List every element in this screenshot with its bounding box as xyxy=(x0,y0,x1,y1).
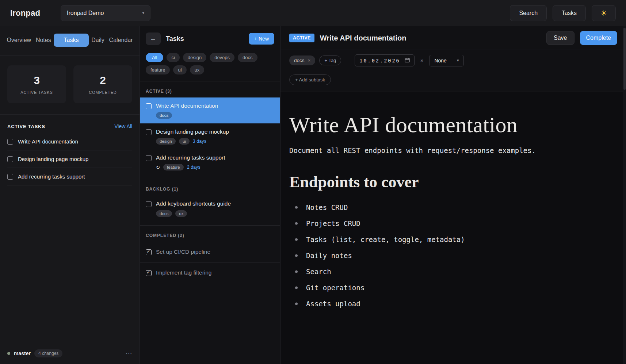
task-detail-panel: ACTIVE Write API documentation Save Comp… xyxy=(280,26,626,364)
changes-badge: 4 changes xyxy=(34,349,62,357)
theme-toggle-button[interactable]: ☀ xyxy=(592,5,616,21)
stat-card-active-tasks: 3 ACTIVE TASKS xyxy=(7,65,66,103)
task-checkbox-checked[interactable] xyxy=(146,270,152,276)
new-task-button[interactable]: + New xyxy=(249,33,274,45)
task-checkbox[interactable] xyxy=(7,139,13,145)
tag-chip: design xyxy=(156,138,176,145)
recurring-icon: ↻ xyxy=(156,165,160,170)
task-title: Set up CI/CD pipeline xyxy=(156,248,210,256)
save-button[interactable]: Save xyxy=(546,31,574,45)
chevron-down-icon: ▾ xyxy=(457,58,459,63)
task-row-body: Add keyboard shortcuts guide docs ux xyxy=(156,200,231,217)
doc-bullet: Daily notes xyxy=(289,248,604,264)
recurrence-select[interactable]: None ▾ xyxy=(429,55,464,66)
more-menu-icon[interactable]: ⋯ xyxy=(126,350,132,357)
due-date-input[interactable]: 10.02.2026 xyxy=(355,54,414,66)
sidebar-nav: Overview Notes Tasks Daily Calendar xyxy=(0,26,140,56)
task-panel-header: ← Tasks + New xyxy=(140,26,280,50)
task-row-completed[interactable]: Set up CI/CD pipeline xyxy=(140,242,280,263)
filter-chip-ux[interactable]: ux xyxy=(190,65,205,74)
stats-cards: 3 ACTIVE TASKS 2 COMPLETED xyxy=(0,56,140,115)
search-button[interactable]: Search xyxy=(510,5,547,21)
tag-chip-docs[interactable]: docs × xyxy=(289,55,315,65)
divider xyxy=(348,57,348,65)
chevron-down-icon: ▾ xyxy=(142,11,145,15)
project-selector-value: Ironpad Demo xyxy=(67,10,104,16)
filter-chip-design[interactable]: design xyxy=(183,53,206,62)
task-row-completed[interactable]: Implement tag filtering xyxy=(140,263,280,283)
task-row[interactable]: Add recurring tasks support ↻ feature 2 … xyxy=(140,149,280,175)
active-tasks-header: ACTIVE TASKS View All xyxy=(7,123,132,129)
doc-bullet: Search xyxy=(289,264,604,280)
task-row[interactable]: Add keyboard shortcuts guide docs ux xyxy=(140,195,280,221)
due-label: 3 days xyxy=(193,139,206,144)
stat-value: 3 xyxy=(10,74,63,87)
due-date-value: 10.02.2026 xyxy=(359,58,400,64)
tag-filters: All ci design devops docs feature ui ux xyxy=(140,50,280,81)
status-badge: ACTIVE xyxy=(289,34,314,42)
task-row-body: Add recurring tasks support ↻ feature 2 … xyxy=(156,154,225,170)
sidebar-item-tasks[interactable]: Tasks xyxy=(54,34,89,47)
sun-icon: ☀ xyxy=(600,9,607,18)
stat-label: COMPLETED xyxy=(76,90,129,95)
tasks-button[interactable]: Tasks xyxy=(553,5,586,21)
sidebar-item-calendar[interactable]: Calendar xyxy=(107,34,135,46)
back-button[interactable]: ← xyxy=(146,32,161,45)
remove-tag-icon[interactable]: × xyxy=(308,58,311,63)
task-checkbox[interactable] xyxy=(146,155,152,161)
task-checkbox[interactable] xyxy=(7,174,13,180)
doc-bullet: Assets upload xyxy=(289,296,604,312)
complete-button[interactable]: Complete xyxy=(580,31,617,45)
filter-chip-feature[interactable]: feature xyxy=(146,65,170,74)
filter-chip-docs[interactable]: docs xyxy=(238,53,257,62)
view-all-link[interactable]: View All xyxy=(114,123,132,129)
sidebar-item-daily[interactable]: Daily xyxy=(89,34,107,46)
task-checkbox-checked[interactable] xyxy=(146,249,152,255)
task-checkbox[interactable] xyxy=(7,156,13,162)
scrollbar-thumb[interactable] xyxy=(623,28,626,90)
sidebar-footer: master 4 changes ⋯ xyxy=(0,343,140,364)
panel-title: Tasks xyxy=(166,35,244,43)
doc-heading: Write API documentation xyxy=(289,112,604,138)
list-item[interactable]: Add recurring tasks support xyxy=(7,168,132,185)
doc-bullet: Git operations xyxy=(289,280,604,296)
branch-name: master xyxy=(14,350,31,356)
task-title: Write API documentation xyxy=(18,138,78,145)
task-title: Add recurring tasks support xyxy=(156,154,225,161)
stat-value: 2 xyxy=(76,74,129,87)
task-meta-row: docs xyxy=(156,112,218,119)
project-selector[interactable]: Ironpad Demo ▾ xyxy=(61,5,150,21)
list-item[interactable]: Write API documentation xyxy=(7,133,132,150)
filter-chip-devops[interactable]: devops xyxy=(210,53,234,62)
filter-chip-all[interactable]: All xyxy=(146,53,163,62)
task-list-panel: ← Tasks + New All ci design devops docs … xyxy=(140,26,280,364)
doc-bullet: Projects CRUD xyxy=(289,215,604,231)
filter-chip-ui[interactable]: ui xyxy=(173,65,186,74)
task-row[interactable]: Design landing page mockup design ui 3 d… xyxy=(140,123,280,149)
back-arrow-icon: ← xyxy=(150,35,156,42)
task-title: Design landing page mockup xyxy=(156,128,229,135)
calendar-icon xyxy=(405,57,410,64)
filter-chip-ci[interactable]: ci xyxy=(167,53,179,62)
task-checkbox[interactable] xyxy=(146,201,152,207)
sidebar-item-overview[interactable]: Overview xyxy=(4,34,33,46)
doc-bullet: Tasks (list, create, toggle, metadata) xyxy=(289,231,604,248)
task-checkbox[interactable] xyxy=(146,103,152,109)
section-header-completed: COMPLETED (2) xyxy=(140,225,280,242)
add-subtask-button[interactable]: + Add subtask xyxy=(289,74,331,85)
task-row-selected[interactable]: Write API documentation docs xyxy=(140,97,280,123)
scrollbar-track[interactable] xyxy=(623,26,626,364)
doc-bullet-list: Notes CRUD Projects CRUD Tasks (list, cr… xyxy=(289,199,604,312)
task-checkbox[interactable] xyxy=(146,129,152,135)
tag-label: docs xyxy=(294,58,305,63)
task-meta-row: design ui 3 days xyxy=(156,138,229,145)
list-item[interactable]: Design landing page mockup xyxy=(7,150,132,168)
clear-date-icon[interactable]: × xyxy=(420,57,424,64)
document-preview: Write API documentation Document all RES… xyxy=(280,92,626,364)
sidebar-item-notes[interactable]: Notes xyxy=(34,34,53,46)
app-logo: Ironpad xyxy=(10,8,40,18)
recurrence-value: None xyxy=(434,58,446,64)
add-tag-button[interactable]: + Tag xyxy=(319,55,341,65)
task-title: Implement tag filtering xyxy=(156,269,212,276)
tag-chip: feature xyxy=(163,164,184,170)
